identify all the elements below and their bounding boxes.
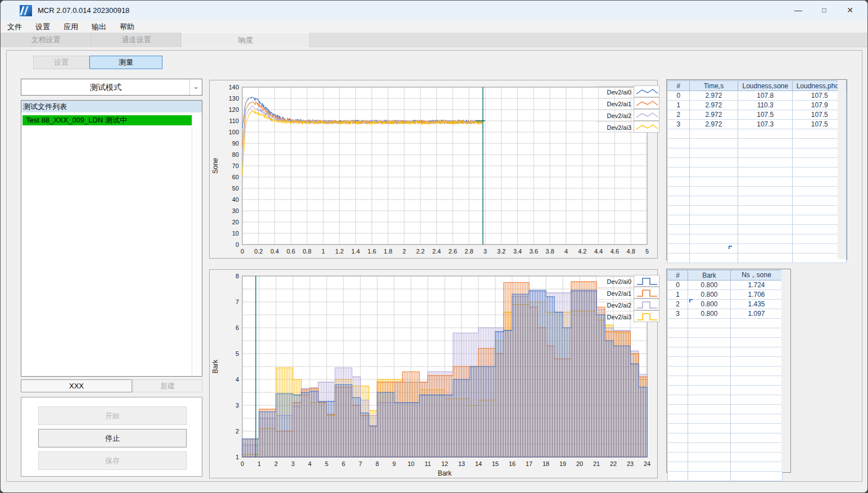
specific-loudness-chart-panel: 0123456789101112131415161718192021222324… <box>209 269 658 478</box>
table-row[interactable] <box>668 244 847 254</box>
table-row[interactable] <box>668 462 783 472</box>
table-row[interactable] <box>668 215 847 225</box>
test-mode-dropdown[interactable]: 测试模式 ⌄ <box>21 79 202 96</box>
main-tab[interactable]: 响度 <box>182 33 310 47</box>
start-button[interactable]: 开始 <box>38 406 187 425</box>
table-cell: 2 <box>668 110 690 120</box>
table-cell <box>689 148 738 158</box>
table-cell <box>689 196 738 206</box>
table-row[interactable] <box>668 225 847 234</box>
table-row[interactable] <box>668 206 847 215</box>
table-cell <box>668 347 688 357</box>
main-tab[interactable]: 文档设置 <box>1 33 92 47</box>
stop-button[interactable]: 停止 <box>38 429 187 447</box>
chevron-down-icon[interactable]: ⌄ <box>189 79 202 95</box>
table-row[interactable] <box>668 386 783 395</box>
column-header: Time,s <box>689 81 738 91</box>
table-row[interactable]: 12.972110.3107.9 <box>668 101 847 110</box>
maximize-button[interactable]: □ <box>811 1 837 20</box>
table-row[interactable] <box>668 414 783 424</box>
table-cell <box>731 443 783 453</box>
table-cell <box>731 453 783 462</box>
table-cell <box>738 139 793 148</box>
table-scrollbar[interactable] <box>838 80 846 259</box>
line-series-icon <box>634 85 659 97</box>
table-cell: 107.3 <box>738 120 793 129</box>
table-row[interactable] <box>668 168 847 177</box>
table-row[interactable] <box>668 196 847 206</box>
table-row[interactable] <box>668 433 783 443</box>
table-row[interactable] <box>668 234 847 244</box>
list-action-buttons: XXX 新建 <box>21 379 202 392</box>
table-row[interactable] <box>668 129 847 139</box>
svg-text:10: 10 <box>408 460 414 467</box>
legend-label: Dev2/ai2 <box>596 299 634 311</box>
svg-text:2.4: 2.4 <box>432 248 441 255</box>
table-row[interactable] <box>668 187 847 196</box>
table-row[interactable]: 30.8001.097 <box>668 309 783 319</box>
loudness-time-chart[interactable]: 00.20.40.60.811.21.41.61.822.22.42.62.83… <box>210 80 657 258</box>
table-cell <box>668 187 690 196</box>
table-row[interactable]: 10.8001.706 <box>668 290 783 300</box>
svg-text:70: 70 <box>232 162 239 169</box>
svg-text:8: 8 <box>236 273 239 279</box>
file-list-scrollbar[interactable] <box>192 112 202 376</box>
file-list-item[interactable]: Test 88_XXX_009_LDN 测试中 <box>22 115 192 125</box>
table-cell <box>689 206 738 215</box>
svg-text:2.2: 2.2 <box>416 248 424 255</box>
new-button[interactable]: 新建 <box>133 379 202 392</box>
table-row[interactable] <box>668 139 847 148</box>
specific-loudness-chart[interactable]: 0123456789101112131415161718192021222324… <box>210 270 657 478</box>
save-button[interactable]: 保存 <box>38 451 187 470</box>
table-row[interactable] <box>668 472 783 481</box>
table-row[interactable]: 00.8001.724 <box>668 281 783 290</box>
table-row[interactable] <box>668 453 783 462</box>
xxx-button[interactable]: XXX <box>21 379 132 392</box>
table-row[interactable] <box>668 158 847 168</box>
table-row[interactable] <box>668 347 783 357</box>
table-row[interactable]: 02.972107.8107.5 <box>668 91 847 101</box>
table-row[interactable] <box>668 395 783 405</box>
table-row[interactable] <box>668 338 783 347</box>
table-row[interactable] <box>668 443 783 453</box>
table-row[interactable]: 32.972107.3107.5 <box>668 120 847 129</box>
table-row[interactable] <box>668 357 783 367</box>
svg-text:16: 16 <box>509 460 516 467</box>
menu-item[interactable]: 帮助 <box>113 21 141 33</box>
table-row[interactable] <box>668 424 783 433</box>
table-row[interactable] <box>668 367 783 376</box>
menu-item[interactable]: 文件 <box>1 21 29 33</box>
table-row[interactable] <box>668 319 783 328</box>
table-cell <box>731 472 783 481</box>
menu-item[interactable]: 输出 <box>85 21 113 33</box>
subtab-settings[interactable]: 设置 <box>33 56 89 69</box>
svg-text:s: s <box>443 257 446 258</box>
table-row[interactable]: 20.8001.435 <box>668 300 783 309</box>
menu-item[interactable]: 设置 <box>29 21 57 33</box>
main-tab[interactable]: 通道设置 <box>92 33 182 47</box>
table-cell <box>668 386 688 395</box>
svg-text:120: 120 <box>229 106 239 113</box>
table-cell <box>688 424 731 433</box>
minimize-button[interactable]: — <box>785 1 811 20</box>
table-row[interactable] <box>668 177 847 187</box>
table-scrollbar[interactable] <box>781 270 790 472</box>
table-row[interactable] <box>668 148 847 158</box>
subtab-measure[interactable]: 测量 <box>89 56 162 69</box>
loudness-results-panel: #Time,sLoudness,soneLoudness,phon02.9721… <box>666 79 847 260</box>
table-row[interactable] <box>668 328 783 338</box>
legend-entry: Dev2/ai2 <box>596 299 659 311</box>
table-cell <box>688 472 731 481</box>
table-row[interactable] <box>668 254 847 263</box>
table-row[interactable]: 22.972107.5107.5 <box>668 110 847 120</box>
table-cell: 0.800 <box>688 281 731 290</box>
svg-text:50: 50 <box>232 185 239 192</box>
table-row[interactable] <box>668 376 783 386</box>
table-cell <box>731 462 783 472</box>
svg-text:20: 20 <box>576 460 583 467</box>
table-row[interactable] <box>668 405 783 414</box>
menu-item[interactable]: 应用 <box>57 21 85 33</box>
table-cell <box>688 386 731 395</box>
close-button[interactable]: ✕ <box>837 1 863 20</box>
legend-label: Dev2/ai3 <box>596 311 634 323</box>
